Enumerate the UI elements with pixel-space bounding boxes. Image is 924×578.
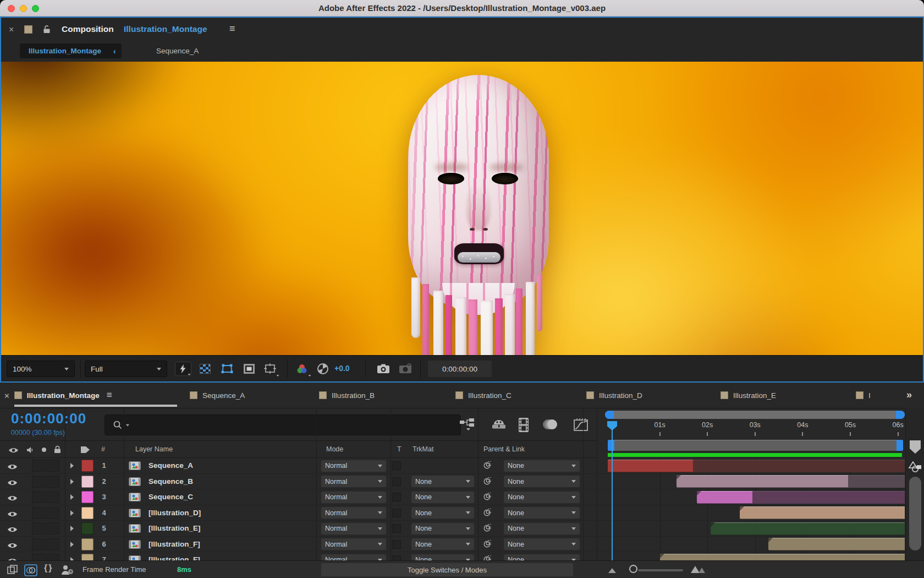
- layer-duration-bar-tail[interactable]: [848, 475, 905, 488]
- column-parent-link[interactable]: Parent & Link: [483, 445, 525, 453]
- trkmat-dropdown[interactable]: None: [411, 476, 474, 487]
- column-number[interactable]: #: [101, 445, 105, 453]
- preserve-transparency-checkbox[interactable]: [392, 461, 401, 470]
- draft-3d-icon[interactable]: [491, 417, 507, 433]
- layer-solo-cell[interactable]: [32, 538, 45, 550]
- timeline-tab-illustration_b[interactable]: Illustration_B: [319, 388, 375, 403]
- layer-name[interactable]: Sequence_B: [148, 477, 193, 486]
- expand-transfer-controls-icon[interactable]: [24, 564, 37, 578]
- layer-name[interactable]: [Illustration_F]: [148, 555, 200, 560]
- parent-link-dropdown[interactable]: None: [504, 523, 580, 535]
- exposure-icon[interactable]: [315, 362, 331, 376]
- work-area-bar[interactable]: [608, 440, 903, 451]
- layer-duration-bar[interactable]: [697, 491, 752, 504]
- mask-visibility-icon[interactable]: [219, 362, 235, 376]
- expand-in-out-panes-icon[interactable]: {}: [44, 563, 53, 573]
- parent-link-dropdown[interactable]: None: [504, 538, 580, 550]
- parent-link-dropdown[interactable]: None: [504, 460, 580, 472]
- panel-menu-icon[interactable]: ≡: [229, 23, 235, 35]
- crop-comp-region-icon[interactable]: [262, 362, 278, 376]
- work-area-end-handle[interactable]: [897, 440, 903, 451]
- timeline-tab-illustration_d[interactable]: Illustration_D: [586, 388, 642, 403]
- layer-visibility-eye-icon[interactable]: [7, 510, 18, 520]
- blend-mode-dropdown[interactable]: Normal: [321, 523, 386, 535]
- navigator-handle-left[interactable]: [605, 411, 614, 419]
- pick-whip-icon[interactable]: [483, 540, 491, 550]
- comp-shapes-icon[interactable]: [908, 461, 922, 475]
- preserve-transparency-checkbox[interactable]: [392, 540, 401, 549]
- layer-solo-cell[interactable]: [32, 522, 45, 535]
- layer-duration-bar-tail[interactable]: [693, 460, 905, 472]
- layer-lock-cell[interactable]: [46, 554, 59, 560]
- layer-lock-cell[interactable]: [46, 538, 59, 550]
- comp-marker-bin-icon[interactable]: [909, 440, 922, 456]
- panel-menu-icon[interactable]: ≡: [107, 390, 112, 401]
- playhead-line[interactable]: [612, 421, 613, 560]
- show-snapshot-icon[interactable]: [397, 362, 414, 376]
- preserve-transparency-checkbox[interactable]: [392, 477, 401, 486]
- timeline-tab-illustration_montage[interactable]: ×Illustration_Montage≡: [4, 388, 112, 403]
- magnification-dropdown[interactable]: 100%: [7, 361, 75, 377]
- layer-lock-cell[interactable]: [46, 460, 59, 472]
- blend-mode-dropdown[interactable]: Normal: [321, 507, 386, 519]
- blend-mode-dropdown[interactable]: Normal: [321, 476, 386, 487]
- timeline-zoom-slider-knob[interactable]: [629, 565, 637, 573]
- breadcrumb-current-comp[interactable]: Illustration_Montage ‹: [20, 43, 122, 58]
- layer-visibility-eye-icon[interactable]: [7, 525, 18, 535]
- video-column-eye-icon[interactable]: [8, 446, 19, 456]
- expand-chevron-icon[interactable]: [70, 479, 74, 484]
- exposure-value[interactable]: +0.0: [334, 364, 350, 373]
- parent-link-dropdown[interactable]: None: [504, 507, 580, 519]
- work-area-start-handle[interactable]: [608, 440, 614, 451]
- layer-duration-bar[interactable]: [660, 554, 905, 561]
- current-timecode[interactable]: 0:00:00:00: [11, 410, 86, 427]
- layer-visibility-eye-icon[interactable]: [7, 494, 18, 504]
- layer-name[interactable]: [Illustration_F]: [148, 540, 200, 548]
- timeline-tab-illustration_e[interactable]: Illustration_E: [721, 388, 776, 403]
- layer-solo-cell[interactable]: [32, 460, 45, 472]
- navigator-handle-right[interactable]: [896, 411, 905, 419]
- layer-duration-bar[interactable]: [768, 538, 905, 550]
- layer-lock-cell[interactable]: [46, 476, 59, 488]
- column-t[interactable]: T: [397, 445, 402, 453]
- layer-duration-bar[interactable]: [608, 460, 693, 472]
- timeline-tab-illustration_c[interactable]: Illustration_C: [455, 388, 512, 403]
- preserve-transparency-checkbox[interactable]: [392, 524, 401, 533]
- layer-label-color[interactable]: [81, 507, 94, 519]
- layer-label-color[interactable]: [81, 538, 94, 550]
- layer-lock-cell[interactable]: [46, 491, 59, 503]
- layer-lock-cell[interactable]: [46, 507, 59, 519]
- region-of-interest-icon[interactable]: [241, 362, 257, 376]
- layer-lock-cell[interactable]: [46, 522, 59, 535]
- layer-visibility-eye-icon[interactable]: [7, 478, 18, 488]
- layer-duration-bar[interactable]: [711, 522, 905, 535]
- layer-visibility-eye-icon[interactable]: [7, 557, 18, 560]
- pick-whip-icon[interactable]: [483, 493, 491, 503]
- vertical-scrollbar[interactable]: [909, 477, 921, 550]
- frame-blending-icon[interactable]: [517, 417, 530, 435]
- time-navigator-scrollbar[interactable]: [605, 411, 905, 419]
- lock-column-icon[interactable]: [54, 445, 61, 456]
- expand-chevron-icon[interactable]: [70, 463, 74, 468]
- transparency-grid-icon[interactable]: [197, 362, 213, 376]
- layer-name[interactable]: [Illustration_E]: [148, 524, 201, 532]
- preserve-transparency-checkbox[interactable]: [392, 493, 401, 501]
- toggle-switches-modes-button[interactable]: Toggle Switches / Modes: [321, 563, 573, 576]
- expand-layer-switches-icon[interactable]: [7, 564, 19, 577]
- breadcrumb-parent-comp[interactable]: Sequence_A: [156, 47, 199, 55]
- pick-whip-icon[interactable]: [483, 509, 491, 519]
- show-channel-icon[interactable]: [294, 362, 310, 376]
- layer-label-color[interactable]: [81, 460, 94, 472]
- expand-render-time-pane-icon[interactable]: [61, 564, 74, 577]
- layer-name[interactable]: Sequence_C: [148, 493, 193, 501]
- timeline-search-input[interactable]: [105, 415, 461, 435]
- blend-mode-dropdown[interactable]: Normal: [321, 554, 386, 561]
- comp-mini-flowchart-icon[interactable]: [459, 417, 476, 434]
- pick-whip-icon[interactable]: [483, 461, 491, 472]
- layer-name[interactable]: [Illustration_D]: [148, 509, 201, 517]
- parent-link-dropdown[interactable]: None: [504, 476, 580, 487]
- close-icon[interactable]: ×: [4, 391, 9, 400]
- layer-visibility-eye-icon[interactable]: [7, 462, 18, 472]
- trkmat-dropdown[interactable]: None: [411, 554, 474, 561]
- layer-label-color[interactable]: [81, 554, 94, 560]
